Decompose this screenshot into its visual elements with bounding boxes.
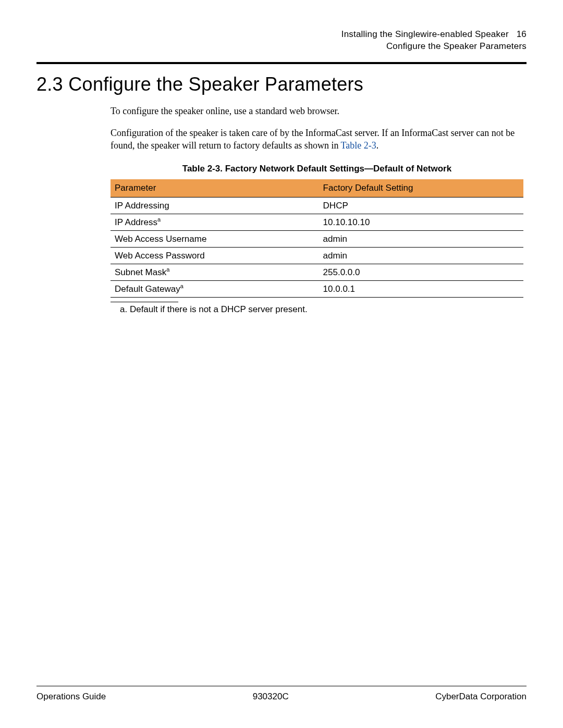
param-name: Web Access Username	[115, 234, 206, 244]
param-name: Default Gateway	[115, 284, 180, 294]
param-value: admin	[319, 247, 523, 264]
param-value: 10.10.10.10	[319, 214, 523, 230]
footer-right: CyberData Corporation	[435, 692, 527, 702]
table-footnote: a. Default if there is not a DHCP server…	[111, 304, 523, 315]
page-footer: Operations Guide 930320C CyberData Corpo…	[36, 686, 527, 702]
param-value: 255.0.0.0	[319, 264, 523, 280]
table-row: Subnet Maska 255.0.0.0	[111, 264, 523, 280]
param-name: IP Address	[115, 217, 157, 227]
footer-rule	[36, 686, 527, 686]
table-row: IP Addressing DHCP	[111, 197, 523, 214]
section-number: 2.3	[36, 73, 63, 95]
paragraph-2b: .	[376, 140, 379, 151]
param-value: 10.0.0.1	[319, 280, 523, 297]
table-row: IP Addressa 10.10.10.10	[111, 214, 523, 230]
footnote-rule	[111, 302, 178, 302]
param-name: Subnet Mask	[115, 267, 166, 277]
param-name: Web Access Password	[115, 251, 205, 261]
table-row: Default Gatewaya 10.0.0.1	[111, 280, 523, 297]
section-heading: Configure the Speaker Parameters	[68, 73, 363, 95]
param-name: IP Addressing	[115, 201, 169, 211]
param-value: admin	[319, 230, 523, 247]
paragraph-2a: Configuration of the speaker is taken ca…	[111, 128, 515, 151]
table-caption: Table 2-3. Factory Network Default Setti…	[111, 164, 523, 174]
section-title: 2.3 Configure the Speaker Parameters	[36, 73, 527, 95]
header-page-number: 16	[517, 29, 527, 39]
paragraph-1: To configure the speaker online, use a s…	[111, 105, 523, 117]
page: Installing the Singlewire-enabled Speake…	[0, 0, 563, 728]
body: To configure the speaker online, use a s…	[111, 105, 523, 315]
param-sup: a	[180, 283, 183, 289]
table-row: Web Access Password admin	[111, 247, 523, 264]
param-value: DHCP	[319, 197, 523, 214]
table-header-value: Factory Default Setting	[319, 179, 523, 198]
running-header: Installing the Singlewire-enabled Speake…	[36, 29, 527, 53]
header-section: Configure the Speaker Parameters	[36, 41, 527, 53]
footer-left: Operations Guide	[36, 692, 106, 702]
table-row: Web Access Username admin	[111, 230, 523, 247]
param-sup: a	[157, 216, 161, 223]
header-chapter: Installing the Singlewire-enabled Speake…	[341, 29, 509, 39]
header-rule	[36, 62, 527, 64]
footer-center: 930320C	[253, 692, 289, 702]
table-header-parameter: Parameter	[111, 179, 319, 198]
table-header-row: Parameter Factory Default Setting	[111, 179, 523, 198]
table-link[interactable]: Table 2-3	[341, 140, 376, 151]
param-sup: a	[166, 266, 169, 273]
paragraph-2: Configuration of the speaker is taken ca…	[111, 127, 523, 152]
defaults-table: Parameter Factory Default Setting IP Add…	[111, 179, 523, 298]
